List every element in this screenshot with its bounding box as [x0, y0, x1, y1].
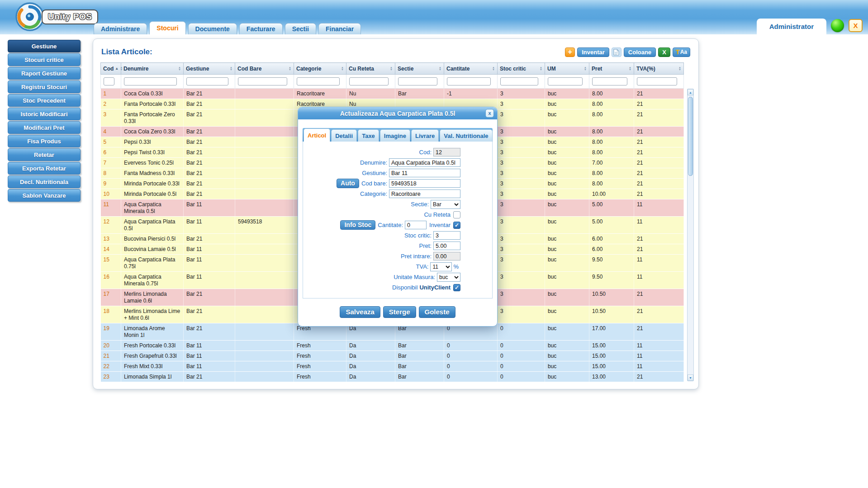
filter-input[interactable]	[637, 77, 677, 85]
dialog-titlebar[interactable]: Actualizeaza Aqua Carpatica Plata 0.5l x	[298, 107, 497, 119]
sidebar-item[interactable]: Stoc Precedent	[8, 94, 81, 107]
sidebar-item[interactable]: Stocuri critice	[8, 53, 81, 66]
dialog-tab[interactable]: Taxe	[358, 129, 379, 142]
column-header[interactable]: UM ▲ ▲▼	[545, 63, 589, 75]
dialog-tab[interactable]: Articol	[304, 128, 330, 142]
column-header[interactable]: Gestiune ▲ ▲▼	[184, 63, 235, 75]
column-header[interactable]: Cod ▲ ▲▼	[101, 63, 121, 75]
font-size-button[interactable]: T Aa	[673, 47, 690, 57]
pret-intrare-field[interactable]	[433, 252, 460, 261]
sidebar-item[interactable]: Exporta Retetar	[8, 162, 81, 175]
main-tab-label: Stocuri	[157, 24, 178, 32]
export-document-button[interactable]	[612, 47, 621, 57]
sidebar-item[interactable]: Registru Stocuri	[8, 81, 81, 93]
column-header[interactable]: Stoc critic ▲ ▲▼	[498, 63, 545, 75]
main-tab[interactable]: Facturare	[239, 23, 283, 34]
filter-input[interactable]	[398, 77, 437, 85]
filter-input[interactable]	[124, 77, 177, 85]
table-row[interactable]: 22 Fresh Mixt 0.33l Bar 11 Fresh Da Bar …	[101, 361, 684, 372]
dialog-close-button[interactable]: x	[485, 109, 494, 118]
filter-input[interactable]	[592, 77, 627, 85]
sidebar-item[interactable]: Modificari Pret	[8, 121, 81, 134]
categorie-field[interactable]	[389, 190, 460, 198]
column-header[interactable]: Cu Reteta ▲ ▲▼	[346, 63, 395, 75]
cu-reteta-checkbox[interactable]	[453, 211, 460, 218]
column-header[interactable]: Denumire ▲ ▲▼	[121, 63, 184, 75]
sort-icon: ▲▼	[540, 66, 542, 71]
main-tab[interactable]: Administrare	[94, 23, 147, 34]
column-header[interactable]: Pret ▲ ▲▼	[589, 63, 634, 75]
filter-input[interactable]	[238, 77, 287, 85]
cell-stoc-critic: 0	[498, 323, 545, 341]
sterge-button[interactable]: Sterge	[383, 306, 416, 318]
column-header[interactable]: Cod Bare ▲ ▲▼	[235, 63, 294, 75]
column-header[interactable]: TVA(%) ▲ ▲▼	[634, 63, 684, 75]
scroll-down-icon[interactable]: ▼	[688, 374, 693, 381]
um-select[interactable]: buc	[437, 273, 460, 282]
cell-stoc-critic: 3	[498, 158, 545, 168]
main-tab[interactable]: Stocuri	[149, 21, 185, 34]
auto-barcode-button[interactable]: Auto	[337, 179, 359, 188]
filter-input[interactable]	[500, 77, 538, 85]
stoc-critic-field[interactable]	[433, 231, 460, 240]
table-row[interactable]: 20 Fresh Portocale 0.33l Bar 11 Fresh Da…	[101, 341, 684, 351]
main-tab[interactable]: Financiar	[318, 23, 361, 34]
sidebar-item[interactable]: Gestiune	[8, 40, 81, 52]
dialog-tab[interactable]: Livrare	[411, 129, 439, 142]
pret-label: Pret:	[419, 242, 432, 249]
cell-um: buc	[545, 372, 589, 382]
filter-input[interactable]	[297, 77, 340, 85]
column-header[interactable]: Categorie ▲ ▲▼	[294, 63, 346, 75]
user-tab[interactable]: Administrator	[757, 19, 826, 34]
gestiune-field[interactable]	[389, 169, 460, 177]
cod-field[interactable]	[433, 148, 460, 156]
sidebar-item[interactable]: Fisa Produs	[8, 135, 81, 147]
table-row[interactable]: 23 Limonada Simpla 1l Bar 21 Fresh Da Ba…	[101, 372, 684, 382]
filter-input[interactable]	[548, 77, 583, 85]
sidebar-item[interactable]: Sablon Vanzare	[8, 189, 81, 202]
disponibil-checkbox[interactable]	[453, 284, 460, 291]
goleste-button[interactable]: Goleste	[419, 306, 455, 318]
filter-input[interactable]	[349, 77, 389, 85]
inventar-checkbox[interactable]	[453, 222, 460, 229]
scroll-thumb[interactable]	[688, 97, 693, 176]
column-header[interactable]: Sectie ▲ ▲▼	[395, 63, 444, 75]
filter-input[interactable]	[447, 77, 491, 85]
add-article-button[interactable]: +	[565, 47, 575, 57]
tva-select[interactable]: 11	[430, 262, 452, 271]
sidebar-item[interactable]: Decl. Nutritionala	[8, 175, 81, 188]
salveaza-button[interactable]: Salveaza	[340, 306, 380, 318]
inventar-button[interactable]: Inventar	[577, 47, 609, 57]
cell-cod-bare	[235, 127, 294, 137]
form-row-pret: Pret:	[303, 241, 492, 251]
main-tab[interactable]: Documente	[188, 23, 237, 34]
main-tab[interactable]: Sectii	[285, 23, 316, 34]
filter-input[interactable]	[104, 77, 114, 85]
sidebar-item[interactable]: Retetar	[8, 148, 81, 161]
form-row-cantitate: Info Stoc Cantitate: Inventar	[303, 220, 492, 230]
cell-cod: 11	[101, 199, 121, 217]
filter-input[interactable]	[186, 77, 228, 85]
dialog-tab[interactable]: Imagine	[380, 129, 410, 142]
scroll-up-icon[interactable]: ▲	[688, 89, 693, 95]
window-close-button[interactable]: X	[849, 19, 863, 32]
coloane-button[interactable]: Coloane	[624, 47, 656, 57]
dialog-tab[interactable]: Val. Nutritionale	[440, 129, 492, 142]
info-stoc-button[interactable]: Info Stoc	[340, 220, 375, 230]
sidebar-item[interactable]: Istoric Modificari	[8, 108, 81, 120]
denumire-field[interactable]	[389, 158, 460, 167]
column-header[interactable]: Cantitate ▲ ▲▼	[444, 63, 498, 75]
filter-cell	[634, 75, 684, 89]
sectie-select[interactable]: Bar	[431, 200, 460, 209]
dialog-tab[interactable]: Detalii	[331, 129, 357, 142]
cantitate-field[interactable]	[405, 221, 427, 229]
table-row[interactable]: 21 Fresh Grapefruit 0.33l Bar 11 Fresh D…	[101, 351, 684, 361]
table-scrollbar[interactable]: ▲ ▼	[687, 89, 694, 381]
sidebar-item[interactable]: Raport Gestiune	[8, 67, 81, 80]
table-row[interactable]: 1 Coca Cola 0.33l Bar 21 Racoritoare Nu …	[101, 89, 684, 99]
pret-field[interactable]	[433, 242, 460, 250]
cod-bare-field[interactable]	[389, 179, 460, 188]
close-list-button[interactable]: X	[658, 47, 670, 57]
cell-gestiune: Bar 11	[184, 272, 235, 289]
cell-stoc-critic: 0	[498, 372, 545, 382]
